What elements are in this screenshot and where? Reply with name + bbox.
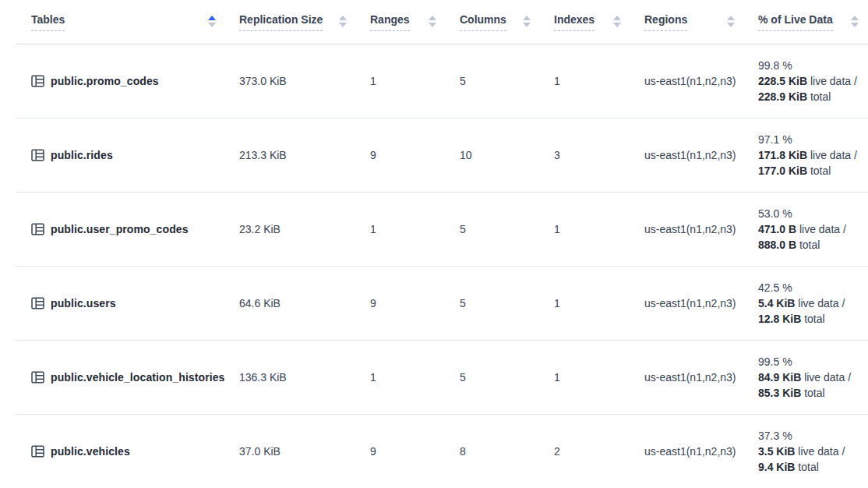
sort-arrows-icon[interactable] <box>613 16 621 27</box>
table-icon <box>31 149 44 161</box>
table-name-link[interactable]: public.vehicle_location_histories <box>51 371 224 384</box>
live-data-cell: 99.8 % 228.5 KiB live data / 228.9 KiB t… <box>758 44 868 118</box>
live-data-percent: 53.0 % <box>758 206 868 221</box>
live-data-percent: 99.5 % <box>758 354 868 370</box>
table-row: public.vehicle_location_histories 136.3 … <box>16 340 868 414</box>
indexes-value: 1 <box>554 266 644 340</box>
ranges-value: 9 <box>370 414 460 488</box>
replication-size-value: 37.0 KiB <box>239 414 370 488</box>
total-data-size: 888.0 B total <box>758 237 868 253</box>
total-data-size: 12.8 KiB total <box>758 311 868 327</box>
ranges-value: 1 <box>370 44 460 118</box>
column-header-indexes[interactable]: Indexes <box>554 0 644 44</box>
live-data-percent: 37.3 % <box>758 428 868 444</box>
sort-desc-icon <box>523 23 531 27</box>
total-data-size: 177.0 KiB total <box>758 163 868 179</box>
columns-value: 5 <box>460 44 554 118</box>
replication-size-value: 373.0 KiB <box>239 44 370 118</box>
live-data-size: 228.5 KiB live data / <box>758 73 868 89</box>
sort-arrows-icon[interactable] <box>727 16 735 27</box>
sort-desc-icon <box>429 23 436 27</box>
table-icon <box>31 297 44 309</box>
live-data-cell: 37.3 % 3.5 KiB live data / 9.4 KiB total <box>758 414 868 488</box>
sort-desc-icon <box>208 23 216 27</box>
table-icon <box>31 371 44 384</box>
ranges-value: 9 <box>370 266 460 340</box>
column-header-ranges[interactable]: Ranges <box>370 0 460 44</box>
columns-value: 10 <box>460 118 554 192</box>
regions-value: us-east1(n1,n2,n3) <box>644 414 758 488</box>
total-data-size: 9.4 KiB total <box>758 459 868 475</box>
table-icon <box>31 445 44 458</box>
sort-asc-icon <box>429 16 436 20</box>
regions-value: us-east1(n1,n2,n3) <box>644 340 758 414</box>
sort-desc-icon <box>727 23 735 27</box>
column-header-columns[interactable]: Columns <box>460 0 554 44</box>
ranges-value: 1 <box>370 340 460 414</box>
table-name-link[interactable]: public.rides <box>51 149 113 161</box>
live-data-cell: 97.1 % 171.8 KiB live data / 177.0 KiB t… <box>758 118 868 192</box>
sort-arrows-icon[interactable] <box>523 16 531 27</box>
column-header-indexes-label[interactable]: Indexes <box>554 12 595 31</box>
replication-size-value: 64.6 KiB <box>239 266 370 340</box>
table-row: public.vehicles 37.0 KiB 9 8 2 us-east1(… <box>16 414 868 488</box>
indexes-value: 2 <box>554 414 644 488</box>
table-name-link[interactable]: public.user_promo_codes <box>51 223 189 235</box>
indexes-value: 3 <box>554 118 644 192</box>
live-data-size: 5.4 KiB live data / <box>758 295 868 311</box>
sort-arrows-icon[interactable] <box>339 16 347 27</box>
table-header-row: Tables Replication Size Ranges Columns <box>16 0 868 44</box>
indexes-value: 1 <box>554 340 644 414</box>
column-header-columns-label[interactable]: Columns <box>460 12 506 31</box>
table-name-link[interactable]: public.users <box>51 297 116 309</box>
column-header-live-data[interactable]: % of Live Data <box>758 0 868 44</box>
ranges-value: 9 <box>370 118 460 192</box>
regions-value: us-east1(n1,n2,n3) <box>644 266 758 340</box>
live-data-cell: 42.5 % 5.4 KiB live data / 12.8 KiB tota… <box>758 266 868 340</box>
column-header-replication-size[interactable]: Replication Size <box>239 0 370 44</box>
sort-arrows-icon[interactable] <box>208 16 216 27</box>
ranges-value: 1 <box>370 192 460 266</box>
columns-value: 5 <box>460 266 554 340</box>
live-data-percent: 42.5 % <box>758 280 868 295</box>
columns-value: 5 <box>460 192 554 266</box>
column-header-tables[interactable]: Tables <box>16 0 239 44</box>
sort-asc-icon <box>851 16 859 20</box>
indexes-value: 1 <box>554 192 644 266</box>
sort-arrows-icon[interactable] <box>851 16 859 27</box>
total-data-size: 85.3 KiB total <box>758 385 868 401</box>
tables-table: Tables Replication Size Ranges Columns <box>16 0 868 488</box>
table-row: public.promo_codes 373.0 KiB 1 5 1 us-ea… <box>16 44 868 118</box>
sort-arrows-icon[interactable] <box>429 16 436 27</box>
column-header-live-data-label[interactable]: % of Live Data <box>758 12 833 31</box>
sort-asc-icon <box>523 16 531 20</box>
columns-value: 5 <box>460 340 554 414</box>
live-data-percent: 99.8 % <box>758 58 868 73</box>
sort-asc-icon <box>339 16 347 20</box>
sort-asc-icon <box>208 16 216 20</box>
replication-size-value: 23.2 KiB <box>239 192 370 266</box>
table-row: public.user_promo_codes 23.2 KiB 1 5 1 u… <box>16 192 868 266</box>
column-header-ranges-label[interactable]: Ranges <box>370 12 410 31</box>
table-row: public.users 64.6 KiB 9 5 1 us-east1(n1,… <box>16 266 868 340</box>
live-data-percent: 97.1 % <box>758 132 868 147</box>
table-name-link[interactable]: public.promo_codes <box>51 75 159 87</box>
live-data-size: 3.5 KiB live data / <box>758 444 868 459</box>
tables-list: Tables Replication Size Ranges Columns <box>16 0 868 488</box>
live-data-size: 84.9 KiB live data / <box>758 370 868 385</box>
replication-size-value: 213.3 KiB <box>239 118 370 192</box>
live-data-size: 471.0 B live data / <box>758 221 868 237</box>
columns-value: 8 <box>460 414 554 488</box>
column-header-regions[interactable]: Regions <box>644 0 758 44</box>
live-data-cell: 53.0 % 471.0 B live data / 888.0 B total <box>758 192 868 266</box>
table-name-link[interactable]: public.vehicles <box>51 445 130 458</box>
column-header-tables-label[interactable]: Tables <box>31 12 65 31</box>
column-header-regions-label[interactable]: Regions <box>644 12 687 31</box>
regions-value: us-east1(n1,n2,n3) <box>644 44 758 118</box>
replication-size-value: 136.3 KiB <box>239 340 370 414</box>
sort-asc-icon <box>613 16 621 20</box>
column-header-replication-size-label[interactable]: Replication Size <box>239 12 323 31</box>
live-data-size: 171.8 KiB live data / <box>758 147 868 163</box>
table-icon <box>31 223 44 235</box>
table-icon <box>31 75 44 87</box>
